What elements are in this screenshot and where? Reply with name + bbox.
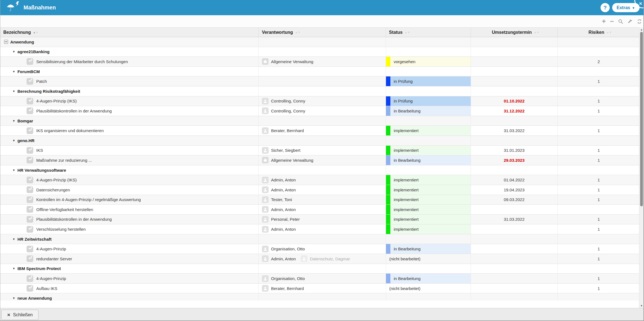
bezeichnung-cell: ▼Bomgar [0, 116, 259, 126]
group-row[interactable]: ▼ForumBCM [0, 67, 640, 77]
risk-count: 1 [597, 99, 600, 103]
help-button[interactable]: ? [601, 3, 610, 12]
table-header-row: Bezeichnung ▲▼ Verantwortung ▲▼ Status ▲… [0, 28, 640, 37]
wrench-icon[interactable] [627, 19, 633, 24]
table-row[interactable]: ☂4-Augen-Prinzip (IKS)Controlling, Conny… [0, 96, 640, 106]
table-row[interactable]: ☂4-Augen-PrinzipOrganisation, Ottoin Bea… [0, 274, 640, 284]
status-badge: implementiert [386, 224, 471, 234]
status-badge: in Prüfung [386, 96, 471, 106]
caret-down-icon[interactable]: ▼ [12, 50, 15, 53]
column-header-bezeichnung[interactable]: Bezeichnung ▲▼ [0, 28, 259, 37]
risk-count: 1 [597, 79, 600, 84]
table-row[interactable]: ☂Patchin Prüfung1 [0, 76, 640, 86]
verantwortung-cell [259, 86, 386, 96]
assignee: Datenschutz, Dagmar [301, 255, 350, 262]
caret-down-icon[interactable]: ▼ [12, 169, 15, 172]
assignee-name: Personal, Peter [271, 217, 300, 222]
status-cell: in Prüfung [386, 76, 471, 86]
table-row[interactable]: ☂redundanter ServerAdmin, AntonDatenschu… [0, 254, 640, 264]
group-row[interactable]: Anwendung [0, 37, 640, 47]
risk-count: 2 [597, 59, 600, 64]
table-row[interactable]: ☂Offline-Verfügbarkeit herstellenAdmin, … [0, 205, 640, 215]
status-color-bar [386, 106, 390, 116]
risks-cell: 1 [558, 106, 640, 116]
table-row[interactable]: ☂IKS organisieren und dokumentierenBerat… [0, 126, 640, 136]
verantwortung-cell [259, 165, 386, 175]
risks-cell: 1 [558, 254, 640, 264]
risk-count: 1 [597, 246, 600, 251]
refresh-icon[interactable] [637, 19, 642, 24]
group-row[interactable]: ▼HR Zeitwirtschaft [0, 234, 640, 244]
table-row[interactable]: ☂Sensibilisierung der Mitarbeiter durch … [0, 57, 640, 67]
measure-icon: ☂ [27, 255, 33, 262]
bezeichnung-cell: Anwendung [0, 37, 259, 47]
status-cell: in Bearbeitung [386, 106, 471, 116]
due-date-cell: 31.03.2022 [471, 126, 558, 135]
measure-icon: ☂ [27, 226, 33, 233]
group-row[interactable]: ▼agree21Banking [0, 47, 640, 57]
table-row[interactable]: ☂Maßnahme zur reduzierung ...Allgemeine … [0, 155, 640, 165]
measure-icon: ☂ [27, 177, 33, 183]
caret-down-icon[interactable]: ▼ [12, 297, 15, 300]
table-row[interactable]: ☂4-Augen-PrinzipOrganisation, Ottoin Bea… [0, 244, 640, 254]
risk-count: 1 [597, 286, 600, 291]
status-cell [386, 234, 471, 244]
person-icon [262, 196, 269, 203]
status-cell [386, 86, 471, 96]
group-row[interactable]: ▼HR Verwaltungssoftware [0, 165, 640, 175]
person-icon [262, 275, 269, 282]
column-header-umsetzungstermin[interactable]: Umsetzungstermin ▲▼ [471, 28, 558, 37]
status-label: implementiert [394, 227, 419, 232]
status-label: implementiert [394, 217, 419, 222]
person-icon [262, 206, 269, 213]
group-row[interactable]: ▼Berechnung Risikotragfähigkeit [0, 86, 640, 96]
column-header-verantwortung[interactable]: Verantwortung ▲▼ [259, 28, 386, 37]
column-header-status[interactable]: Status ▲▼ [386, 28, 471, 37]
table-row[interactable]: ☂Plausibilitätskontrollen in der Anwendu… [0, 106, 640, 116]
status-label: implementiert [394, 188, 419, 192]
risks-cell [558, 116, 640, 126]
group-row[interactable]: ▼neue Anwendung [0, 293, 640, 301]
table-row[interactable]: ☂Plausibilitätskontrollen in der Anwendu… [0, 215, 640, 225]
scroll-down-icon[interactable]: ▼ [639, 304, 644, 307]
collapse-icon[interactable] [4, 40, 8, 44]
table-row[interactable]: ☂4-Augen-Prinzip (IKS)Admin, Antonimplem… [0, 175, 640, 185]
verantwortung-cell [259, 293, 386, 301]
scroll-up-icon[interactable]: ▲ [639, 28, 644, 31]
table-row[interactable]: ☂DatensicherungenAdmin, Antonimplementie… [0, 185, 640, 195]
status-badge: in Bearbeitung [386, 155, 471, 165]
column-header-risiken[interactable]: Risiken ▲▼ [558, 28, 640, 37]
group-label: IBM Spectrum Protect [17, 266, 61, 271]
caret-down-icon[interactable]: ▼ [12, 238, 15, 241]
assignee: Admin, Anton [262, 226, 296, 233]
risk-count: 1 [597, 158, 600, 163]
caret-down-icon[interactable]: ▼ [12, 139, 15, 142]
caret-down-icon[interactable]: ▼ [12, 70, 15, 73]
vertical-scrollbar[interactable]: ▲ ▼ [639, 27, 643, 308]
status-cell [386, 165, 471, 175]
plus-icon[interactable]: + [602, 19, 606, 24]
risks-cell: 1 [558, 185, 640, 195]
bezeichnung-cell: ☂Aufbau IKS [0, 284, 259, 293]
table-row[interactable]: ☂IKSSicher, Siegbertimplementiert31.01.2… [0, 146, 640, 156]
caret-down-icon[interactable]: ▼ [12, 90, 15, 93]
search-icon[interactable] [618, 19, 623, 24]
group-row[interactable]: ▼IBM Spectrum Protect [0, 264, 640, 274]
minus-icon[interactable]: − [610, 19, 614, 24]
due-date: 31.01.2023 [504, 148, 524, 153]
table-row[interactable]: ☂Verschlüsselung herstellenAdmin, Antoni… [0, 224, 640, 234]
group-row[interactable]: ▼Bomgar [0, 116, 640, 126]
close-button[interactable]: × Schließen [1, 310, 38, 320]
caret-down-icon[interactable]: ▼ [12, 267, 15, 270]
verantwortung-cell [259, 37, 386, 47]
table-row[interactable]: ☂Aufbau IKSBerater, Bernhard(nicht bearb… [0, 284, 640, 294]
group-row[interactable]: ▼geno.HR [0, 136, 640, 146]
group-label: Bomgar [17, 119, 33, 123]
status-label: in Prüfung [394, 79, 413, 84]
caret-down-icon[interactable]: ▼ [12, 119, 15, 122]
status-badge: implementiert [386, 146, 471, 155]
status-label: (nicht bearbeitet) [389, 256, 421, 261]
scrollbar-thumb[interactable] [640, 32, 643, 206]
measure-label: Datensicherungen [36, 188, 70, 192]
table-row[interactable]: ☂Kontrollen im 4-Augen-Prinzip / regelmä… [0, 195, 640, 205]
